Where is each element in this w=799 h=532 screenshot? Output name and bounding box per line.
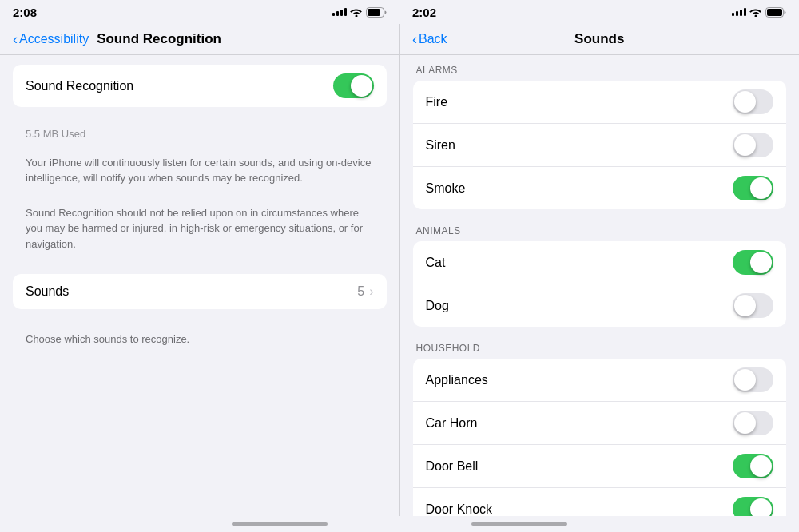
- home-indicators: [0, 516, 799, 532]
- fire-label: Fire: [426, 95, 448, 109]
- animals-header: ANIMALS: [400, 225, 800, 241]
- toggle-thumb: [750, 498, 772, 516]
- sounds-navigate-row[interactable]: Sounds 5 ›: [13, 274, 387, 309]
- right-home-indicator: [471, 522, 567, 526]
- door-bell-label: Door Bell: [426, 459, 479, 474]
- household-card: Appliances Car Horn Door Bell: [413, 359, 787, 516]
- toggle-thumb: [750, 455, 772, 477]
- dog-label: Dog: [426, 299, 449, 313]
- right-nav-title: Sounds: [413, 31, 787, 47]
- door-knock-label: Door Knock: [426, 502, 493, 517]
- toggle-thumb: [734, 412, 756, 434]
- toggle-thumb: [750, 177, 772, 199]
- toggle-thumb: [734, 91, 756, 113]
- left-status-icons: [332, 7, 387, 18]
- right-status-bar: 2:02: [400, 0, 799, 24]
- right-battery-icon: [765, 7, 786, 18]
- accessibility-back-button[interactable]: ‹ Accessibility: [13, 31, 89, 48]
- smoke-label: Smoke: [426, 181, 466, 196]
- dog-toggle[interactable]: [733, 293, 773, 318]
- right-wifi-icon: [749, 7, 762, 17]
- left-home-indicator: [232, 522, 328, 526]
- sounds-back-button[interactable]: ‹ Back: [412, 31, 447, 48]
- back-chevron-icon: ‹: [13, 31, 18, 48]
- smoke-toggle[interactable]: [733, 176, 773, 200]
- car-horn-toggle[interactable]: [733, 411, 773, 435]
- left-panel: Sound Recognition 5.5 MB Used Your iPhon…: [0, 55, 400, 516]
- smoke-row: Smoke: [413, 167, 787, 209]
- left-nav-bar: ‹ Accessibility Sound Recognition: [0, 24, 400, 54]
- sound-recognition-toggle-section: Sound Recognition: [0, 65, 400, 107]
- siren-label: Siren: [426, 138, 455, 153]
- right-status-icons: [732, 7, 786, 18]
- alarms-section: ALARMS Fire Siren Smoke: [400, 65, 800, 209]
- left-nav-title: Sound Recognition: [97, 31, 221, 47]
- alarms-card: Fire Siren Smoke: [413, 81, 787, 209]
- sounds-back-chevron-icon: ‹: [412, 31, 417, 48]
- toggle-thumb: [351, 75, 372, 97]
- info-text-1: Your iPhone will continuously listen for…: [0, 149, 400, 193]
- toggle-thumb: [750, 252, 772, 273]
- svg-rect-1: [368, 9, 380, 16]
- left-signal-icon: [332, 8, 347, 16]
- sound-recognition-label: Sound Recognition: [26, 79, 133, 93]
- siren-toggle[interactable]: [733, 133, 773, 157]
- alarms-header: ALARMS: [400, 65, 800, 81]
- dog-row: Dog: [413, 284, 787, 327]
- cat-toggle[interactable]: [733, 250, 773, 275]
- household-header: HOUSEHOLD: [400, 343, 800, 359]
- fire-row: Fire: [413, 81, 787, 124]
- left-wifi-icon: [350, 7, 363, 17]
- car-horn-row: Car Horn: [413, 402, 787, 445]
- door-knock-toggle[interactable]: [733, 497, 773, 516]
- door-bell-row: Door Bell: [413, 445, 787, 488]
- sound-recognition-toggle-row: Sound Recognition: [13, 65, 387, 107]
- car-horn-label: Car Horn: [426, 416, 478, 431]
- right-signal-icon: [732, 8, 746, 16]
- svg-rect-3: [767, 9, 782, 16]
- storage-text: 5.5 MB Used: [0, 123, 400, 149]
- left-battery-icon: [366, 7, 387, 18]
- accessibility-back-label: Accessibility: [19, 32, 89, 46]
- animals-section: ANIMALS Cat Dog: [400, 225, 800, 327]
- right-nav-bar: ‹ Back Sounds: [400, 24, 800, 54]
- info-text-2: Sound Recognition should not be relied u…: [0, 199, 400, 259]
- toggle-thumb: [734, 369, 756, 391]
- appliances-toggle[interactable]: [733, 367, 773, 392]
- toggle-thumb: [734, 295, 756, 316]
- siren-row: Siren: [413, 124, 787, 167]
- cat-label: Cat: [426, 256, 446, 270]
- cat-row: Cat: [413, 241, 787, 284]
- sounds-navigate-label: Sounds: [26, 284, 69, 299]
- right-panel: ALARMS Fire Siren Smoke: [400, 55, 800, 516]
- sounds-chevron-icon: ›: [369, 284, 373, 299]
- household-section: HOUSEHOLD Appliances Car Horn Door Bell: [400, 343, 800, 516]
- choose-text: Choose which sounds to recognize.: [0, 325, 400, 354]
- left-time: 2:08: [13, 6, 37, 19]
- right-time: 2:02: [412, 6, 436, 19]
- sounds-back-label: Back: [419, 32, 447, 46]
- sounds-navigate-section: Sounds 5 ›: [0, 274, 400, 309]
- appliances-label: Appliances: [426, 373, 488, 387]
- toggle-thumb: [734, 134, 756, 156]
- animals-card: Cat Dog: [413, 241, 787, 327]
- appliances-row: Appliances: [413, 359, 787, 402]
- door-bell-toggle[interactable]: [733, 454, 773, 478]
- fire-toggle[interactable]: [733, 89, 773, 114]
- door-knock-row: Door Knock: [413, 488, 787, 516]
- sounds-count: 5: [357, 284, 364, 299]
- sound-recognition-toggle[interactable]: [333, 73, 374, 98]
- sounds-count-chevron: 5 ›: [357, 284, 373, 299]
- left-status-bar: 2:08: [0, 0, 400, 24]
